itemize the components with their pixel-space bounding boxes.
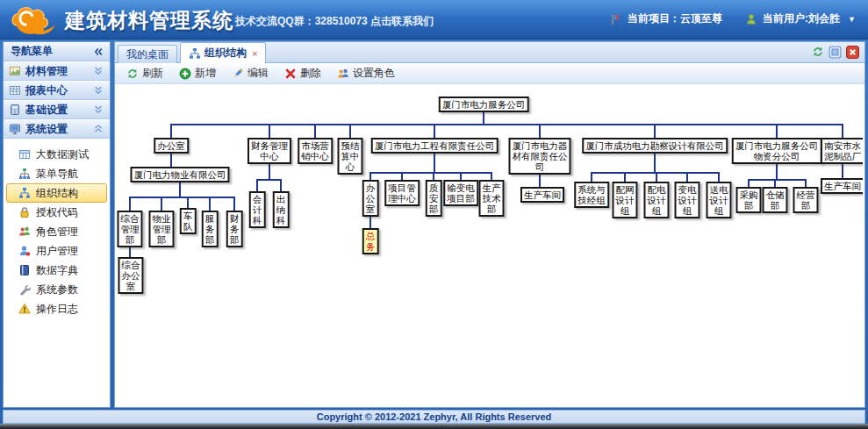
org-node[interactable]: 仓储部 (763, 187, 788, 213)
refresh-icon (126, 68, 139, 80)
system-icon (9, 123, 21, 135)
org-node[interactable]: 会计科 (249, 191, 266, 228)
sidebar-item-big-data-test[interactable]: 大数据测试 (6, 145, 107, 164)
copyright-text: Copyright © 2012-2021 Zephyr, All Rights… (317, 411, 552, 422)
roles-icon (18, 225, 31, 238)
sidebar-item-menu-nav[interactable]: 菜单导航 (6, 164, 107, 183)
current-user-menu[interactable]: 当前用户:刘会胜 (763, 11, 840, 26)
org-node[interactable]: 生产技术部 (479, 180, 505, 217)
set-role-button[interactable]: 设置角色 (330, 63, 402, 83)
sidebar-item-label: 角色管理 (36, 225, 78, 240)
org-node[interactable]: 市场营销中心 (298, 138, 333, 164)
org-node[interactable]: 送电设计组 (707, 182, 732, 218)
delete-icon (284, 68, 297, 80)
qq-contact-link[interactable]: 技术交流QQ群：328510073 点击联系我们 (235, 14, 434, 29)
delete-button[interactable]: 删除 (277, 63, 328, 83)
current-project-label: 当前项目：云顶至尊 (628, 11, 722, 26)
org-node[interactable]: 车队 (180, 208, 197, 234)
tab-label: 我的桌面 (126, 47, 169, 62)
org-chart-canvas: 厦门市电力服务公司办公室财务管理中心市场营销中心预结算中心厦门市电力工程有限责任… (117, 85, 863, 405)
basic-icon (9, 104, 21, 116)
org-node[interactable]: 出纳科 (273, 191, 290, 228)
org-node[interactable]: 厦门电力物业有限公司 (131, 167, 230, 182)
sidebar-item-label: 数据字典 (36, 263, 78, 278)
sidebar-item-label: 用户管理 (36, 244, 78, 259)
tab-my-desktop[interactable]: 我的桌面 (118, 45, 177, 63)
materials-icon (9, 65, 21, 77)
toolbar-button-label: 设置角色 (353, 66, 395, 81)
org-node[interactable]: 经营部 (793, 187, 819, 213)
sidebar: 导航菜单 材料管理报表中心基础设置系统设置 大数据测试菜单导航组织结构授权代码角… (3, 41, 111, 408)
edit-button[interactable]: 编辑 (225, 63, 276, 83)
org-node[interactable]: 预结算中心 (338, 138, 363, 175)
org-node[interactable]: 办公室 (362, 180, 379, 217)
panel-refresh-icon[interactable] (812, 46, 824, 59)
org-node[interactable]: 综合办公室 (118, 257, 144, 294)
sidebar-item-role-mgmt[interactable]: 角色管理 (6, 222, 107, 241)
org-node[interactable]: 变电设计组 (675, 182, 700, 218)
org-node[interactable]: 物业管理部 (149, 211, 175, 247)
org-node[interactable]: 输变电项目部 (443, 180, 478, 206)
org-node[interactable]: 服务部 (202, 211, 219, 247)
refresh-button[interactable]: 刷新 (119, 63, 170, 83)
org-node[interactable]: 财务管理中心 (247, 138, 291, 164)
sidebar-section-reports[interactable]: 报表中心 (4, 81, 110, 100)
edit-icon (232, 68, 244, 80)
flag-icon (610, 13, 622, 25)
panel-expand-icon[interactable] (829, 46, 842, 59)
app-title: 建筑材料管理系统 (65, 7, 233, 34)
org-node[interactable]: 质安部 (426, 180, 442, 217)
sidebar-item-sys-params[interactable]: 系统参数 (6, 280, 107, 299)
tab-close-icon[interactable]: × (252, 48, 257, 59)
org-node[interactable]: 厦门市电力工程有限责任公司 (371, 138, 499, 154)
org-node[interactable]: 配网设计组 (613, 182, 638, 218)
tab-org-structure[interactable]: 组织结构× (180, 42, 266, 63)
add-button[interactable]: 新增 (172, 63, 223, 83)
org-node[interactable]: 厦门市电力服务公司 (439, 97, 529, 112)
sidebar-item-org-structure[interactable]: 组织结构 (6, 183, 107, 203)
org-node[interactable]: 采购部 (736, 187, 762, 213)
org-node[interactable]: 总务 (362, 228, 379, 254)
sidebar-title: 导航菜单 (11, 44, 53, 59)
sidebar-section-materials[interactable]: 材料管理 (4, 61, 110, 81)
org-icon (18, 187, 31, 199)
tab-label: 组织结构 (204, 46, 247, 61)
org-node[interactable]: 财务部 (226, 211, 243, 247)
add-icon (179, 68, 191, 80)
main-panel: 我的桌面组织结构× 刷新新增编辑删除设置角色 厦门市电力服务公司办公室财务管理中… (114, 41, 865, 408)
sidebar-section-basic-settings[interactable]: 基础设置 (4, 100, 110, 119)
org-node[interactable]: 南安市水泥制品厂 (821, 138, 863, 164)
sidebar-item-label: 组织结构 (36, 186, 78, 201)
chevron-down-icon[interactable]: ▼ (848, 15, 856, 24)
org-node[interactable]: 办公室 (154, 138, 189, 154)
tab-bar: 我的桌面组织结构× (115, 42, 864, 63)
org-node[interactable]: 综合管理部 (118, 211, 143, 247)
panel-close-icon[interactable] (846, 46, 859, 59)
org-icon (189, 47, 201, 60)
chevron-double-down-icon (92, 84, 104, 97)
toolbar: 刷新新增编辑删除设置角色 (115, 63, 864, 84)
toolbar-button-label: 新增 (195, 66, 216, 81)
sidebar-section-system-settings[interactable]: 系统设置 (4, 119, 110, 139)
collapse-left-icon[interactable] (92, 46, 104, 58)
footer: Copyright © 2012-2021 Zephyr, All Rights… (3, 410, 865, 424)
org-node[interactable]: 生产车间 (520, 187, 564, 203)
org-node[interactable]: 厦门市电力服务公司物资分公司 (732, 138, 822, 164)
org-node[interactable]: 系统与技经组 (574, 182, 609, 208)
org-node[interactable]: 厦门市成功电力勘察设计有限公司 (582, 138, 728, 154)
sidebar-item-label: 大数据测试 (36, 147, 89, 162)
sidebar-item-user-mgmt[interactable]: 用户管理 (6, 241, 107, 261)
app-logo-icon (9, 3, 60, 37)
sitemap-icon (18, 168, 31, 180)
chevron-double-down-icon (92, 104, 104, 116)
sidebar-item-op-log[interactable]: 操作日志 (6, 299, 107, 318)
sidebar-item-auth-code[interactable]: 授权代码 (6, 203, 107, 222)
setrole-icon (337, 68, 349, 80)
person-icon (745, 13, 757, 25)
org-node[interactable]: 项目管理中心 (384, 180, 420, 206)
sidebar-item-data-dict[interactable]: 数据字典 (6, 261, 107, 280)
org-node[interactable]: 生产车间 (821, 178, 863, 194)
org-node[interactable]: 厦门市电力器材有限责任公司 (509, 138, 571, 175)
org-node[interactable]: 配电设计组 (644, 182, 670, 218)
wrench-icon (18, 283, 31, 296)
